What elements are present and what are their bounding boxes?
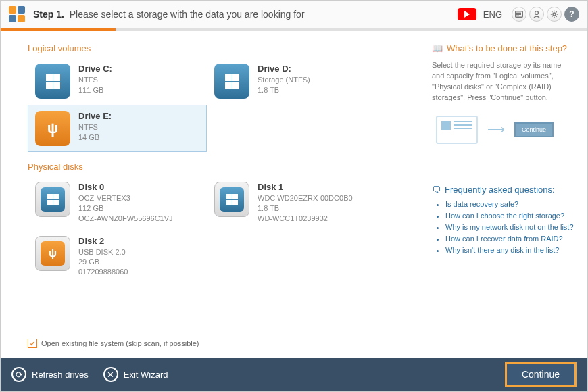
volume-size: 111 GB — [78, 85, 112, 95]
drive-icon — [35, 64, 70, 99]
refresh-drives-button[interactable]: ⟳ Refresh drives — [11, 367, 89, 382]
faq-heading: 🗨 Frequently asked questions: — [432, 185, 574, 195]
physical-disk-icon — [214, 182, 249, 217]
drive-icon — [214, 64, 249, 99]
disk-item[interactable]: ψ Disk 2 USB DISK 2.0 29 GB 017209888060 — [28, 230, 207, 284]
page-title: Step 1. Please select a storage with the… — [33, 9, 458, 20]
skip-scan-checkbox-row[interactable]: ✔ Open existing file system (skip scan, … — [1, 335, 587, 358]
volume-item-selected[interactable]: ψ Drive E: NTFS 14 GB — [28, 105, 207, 152]
faq-link[interactable]: How can I choose the right storage? — [445, 212, 574, 220]
physical-disks-grid: Disk 0 OCZ-VERTEX3 112 GB OCZ-AWNZ0FW556… — [28, 176, 418, 283]
checkbox-label: Open existing file system (skip scan, if… — [41, 339, 199, 347]
disk-name: Disk 1 — [258, 182, 353, 192]
volume-size: 1.8 TB — [258, 85, 310, 95]
volume-item[interactable]: Drive C: NTFS 111 GB — [28, 57, 207, 105]
refresh-icon: ⟳ — [11, 367, 26, 382]
svg-line-12 — [552, 16, 552, 17]
faq-link[interactable]: Is data recovery safe? — [445, 200, 574, 208]
logical-volumes-grid: Drive C: NTFS 111 GB Drive D: Storage (N… — [28, 57, 418, 152]
section-logical-title: Logical volumes — [28, 43, 418, 53]
svg-line-11 — [556, 16, 557, 17]
faq-link[interactable]: Why is my network disk not on the list? — [445, 223, 574, 231]
book-icon: 📖 — [432, 43, 443, 53]
usb-drive-icon: ψ — [35, 111, 70, 146]
help-button[interactable]: ? — [564, 7, 579, 22]
step-number: Step 1. — [33, 9, 64, 20]
faq-icon: 🗨 — [432, 185, 441, 195]
diagram-continue-icon: Continue — [514, 122, 554, 137]
news-button[interactable] — [512, 7, 526, 22]
help-diagram: ⟶ Continue — [432, 116, 574, 144]
main-area: Logical volumes Drive C: NTFS 111 GB Dri… — [1, 31, 587, 335]
svg-point-4 — [535, 11, 539, 15]
youtube-icon[interactable] — [458, 8, 476, 20]
volume-name: Drive D: — [258, 64, 310, 74]
account-button[interactable] — [529, 7, 544, 22]
physical-disk-icon — [35, 182, 70, 217]
svg-point-5 — [553, 13, 556, 16]
app-logo-icon — [9, 6, 25, 22]
close-icon: ✕ — [103, 367, 118, 382]
faq-list: Is data recovery safe? How can I choose … — [432, 200, 574, 254]
checkbox-icon: ✔ — [28, 339, 37, 348]
help-text: Select the required storage by its name … — [432, 60, 574, 103]
svg-line-13 — [556, 11, 557, 12]
volume-fs: NTFS — [78, 75, 112, 85]
continue-button[interactable]: Continue — [505, 362, 577, 387]
volume-name: Drive E: — [78, 111, 112, 121]
help-heading: 📖 What's to be done at this step? — [432, 43, 574, 53]
volume-item[interactable]: Drive D: Storage (NTFS) 1.8 TB — [207, 57, 386, 105]
disk-name: Disk 0 — [78, 182, 173, 192]
exit-wizard-button[interactable]: ✕ Exit Wizard — [103, 367, 168, 382]
footer-bar: ⟳ Refresh drives ✕ Exit Wizard Continue — [1, 358, 587, 391]
volume-fs: NTFS — [78, 122, 112, 132]
faq-link[interactable]: How can I recover data from RAID? — [445, 235, 574, 243]
faq-link[interactable]: Why isn't there any disk in the list? — [445, 246, 574, 254]
diagram-card-icon — [436, 116, 478, 144]
language-selector[interactable]: ENG — [483, 9, 502, 20]
settings-button[interactable] — [547, 7, 562, 22]
storage-list-panel: Logical volumes Drive C: NTFS 111 GB Dri… — [1, 31, 425, 335]
physical-disk-icon: ψ — [35, 236, 70, 271]
arrow-right-icon: ⟶ — [487, 122, 505, 137]
step-description: Please select a storage with the data yo… — [70, 9, 305, 20]
svg-line-10 — [552, 11, 552, 12]
disk-name: Disk 2 — [78, 236, 128, 246]
disk-item[interactable]: Disk 0 OCZ-VERTEX3 112 GB OCZ-AWNZ0FW556… — [28, 176, 207, 230]
volume-name: Drive C: — [78, 64, 112, 74]
section-physical-title: Physical disks — [28, 162, 418, 172]
volume-size: 14 GB — [78, 132, 112, 143]
disk-item[interactable]: Disk 1 WDC WD20EZRX-00DC0B0 1.8 TB WD-WC… — [207, 176, 386, 230]
volume-fs: Storage (NTFS) — [258, 75, 310, 85]
app-window: { "header": { "step_label": "Step 1.", "… — [0, 0, 588, 392]
help-panel: 📖 What's to be done at this step? Select… — [425, 31, 587, 335]
header-bar: Step 1. Please select a storage with the… — [1, 1, 587, 28]
